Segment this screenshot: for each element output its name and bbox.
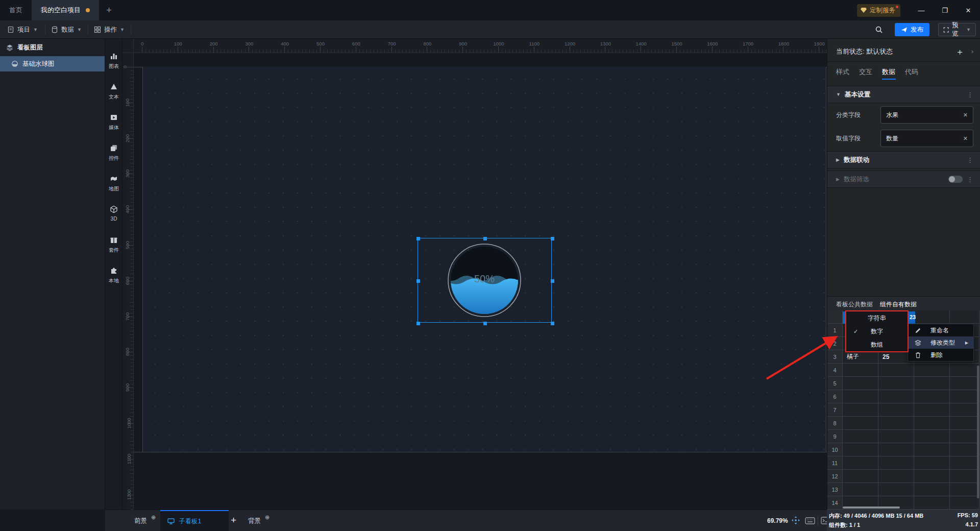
table-cell[interactable]	[878, 483, 914, 496]
inspector-tab-数据[interactable]: 数据	[882, 67, 895, 77]
table-cell[interactable]	[914, 390, 950, 403]
table-cell[interactable]	[950, 483, 979, 496]
context-menu-item-rename[interactable]: 重命名	[908, 324, 973, 336]
menu-data[interactable]: 数据▼	[51, 20, 82, 39]
table-cell[interactable]	[950, 364, 979, 377]
table-cell[interactable]	[843, 430, 878, 443]
table-cell[interactable]	[843, 443, 878, 456]
table-cell[interactable]	[914, 417, 950, 430]
table-cell[interactable]	[843, 377, 878, 390]
row-number-cell[interactable]: 6	[827, 390, 843, 403]
data-tab-public[interactable]: 看板公共数据	[836, 300, 873, 309]
table-cell[interactable]	[950, 403, 979, 417]
zoom-level[interactable]: 69.79%	[767, 517, 788, 524]
data-tab-own[interactable]: 组件自有数据	[880, 300, 917, 309]
field-input[interactable]: 数量✕	[880, 130, 973, 147]
more-options-icon[interactable]: ⋮	[967, 176, 973, 183]
table-cell[interactable]	[914, 430, 950, 443]
table-row[interactable]: 5	[827, 377, 980, 390]
foreground-button[interactable]: 前景	[134, 517, 147, 525]
toolbox-item-media[interactable]: 媒体	[105, 113, 122, 131]
table-cell[interactable]	[950, 456, 979, 470]
tab-home[interactable]: 首页	[0, 0, 32, 20]
context-menu-item-change-type[interactable]: 修改类型▶	[908, 336, 973, 349]
row-number-cell[interactable]: 10	[827, 443, 843, 456]
custom-service-badge[interactable]: 定制服务	[857, 4, 900, 17]
table-cell[interactable]	[950, 443, 979, 456]
foreground-add-icon[interactable]: ⊕	[151, 514, 156, 521]
table-row[interactable]: 9	[827, 430, 980, 443]
selection-handle[interactable]	[416, 279, 420, 283]
toolbox-item-threed[interactable]: 3D	[105, 205, 122, 222]
table-cell[interactable]	[914, 483, 950, 496]
toolbox-item-widget[interactable]: 控件	[105, 144, 122, 162]
table-cell[interactable]	[914, 456, 950, 470]
table-cell[interactable]	[950, 496, 979, 510]
table-cell[interactable]	[878, 364, 914, 377]
clear-icon[interactable]: ✕	[963, 112, 968, 118]
tab-project[interactable]: 我的空白项目	[32, 0, 99, 20]
context-menu-item-delete[interactable]: 删除	[908, 349, 973, 361]
toolbox-item-local[interactable]: 本地	[105, 267, 122, 284]
table-row[interactable]: 11	[827, 456, 980, 470]
inspector-tab-代码[interactable]: 代码	[905, 67, 918, 77]
selection-handle[interactable]	[551, 237, 554, 240]
background-button[interactable]: 背景	[248, 517, 261, 525]
add-subboard-button[interactable]: +	[231, 515, 236, 526]
row-number-cell[interactable]: 12	[827, 470, 843, 483]
layer-item-liquid-gauge[interactable]: 基础水球图	[0, 56, 105, 71]
close-button[interactable]: ✕	[957, 0, 980, 20]
table-cell[interactable]	[843, 470, 878, 483]
section-data-linkage[interactable]: ▶ 数据联动 ⋮	[827, 151, 980, 168]
table-cell[interactable]	[843, 417, 878, 430]
table-cell[interactable]	[878, 417, 914, 430]
table-row[interactable]: 6	[827, 390, 980, 403]
table-row[interactable]: 8	[827, 417, 980, 430]
more-options-icon[interactable]: ⋮	[967, 91, 973, 99]
table-cell[interactable]	[843, 390, 878, 403]
selection-handle[interactable]	[551, 322, 554, 325]
table-cell[interactable]	[878, 470, 914, 483]
section-data-filter[interactable]: ▶ 数据筛选 ⋮	[827, 171, 980, 188]
table-row[interactable]: 7	[827, 403, 980, 417]
new-tab-button[interactable]: +	[99, 0, 119, 20]
selection-handle[interactable]	[416, 322, 420, 325]
table-cell[interactable]	[950, 377, 979, 390]
selection-handle[interactable]	[483, 237, 487, 240]
subboard-tab[interactable]: 子看板1	[160, 510, 229, 531]
horizontal-scrollbar[interactable]	[843, 506, 900, 509]
table-cell[interactable]	[843, 364, 878, 377]
table-cell[interactable]	[950, 430, 979, 443]
table-cell[interactable]	[914, 377, 950, 390]
row-number-cell[interactable]: 14	[827, 496, 843, 510]
menu-operation[interactable]: 操作▼	[94, 20, 125, 39]
row-number-cell[interactable]: 7	[827, 403, 843, 417]
row-number-cell[interactable]: 11	[827, 456, 843, 470]
keyboard-shortcuts-icon[interactable]	[805, 517, 815, 524]
chevron-right-icon[interactable]: ›	[971, 48, 973, 55]
table-cell[interactable]	[878, 456, 914, 470]
fit-view-icon[interactable]	[791, 516, 800, 525]
table-cell[interactable]	[950, 470, 979, 483]
table-cell[interactable]	[843, 403, 878, 417]
table-cell[interactable]	[878, 390, 914, 403]
table-cell[interactable]	[950, 390, 979, 403]
row-number-cell[interactable]: 9	[827, 430, 843, 443]
table-cell[interactable]	[878, 377, 914, 390]
section-basic-settings[interactable]: ▼ 基本设置 ⋮	[827, 86, 980, 103]
search-button[interactable]	[875, 20, 886, 39]
type-option-字符串[interactable]: 字符串	[846, 311, 908, 325]
inspector-tab-交互[interactable]: 交互	[859, 67, 872, 77]
table-row[interactable]: 12	[827, 470, 980, 483]
field-input[interactable]: 水果✕	[880, 106, 973, 124]
vertical-scrollbar[interactable]	[977, 366, 979, 498]
preview-button[interactable]: 预览 ▼	[938, 23, 976, 36]
row-number-cell[interactable]: 1	[827, 324, 843, 337]
maximize-button[interactable]: ❐	[933, 0, 957, 20]
type-option-数字[interactable]: ✓数字	[846, 325, 908, 338]
table-cell[interactable]	[914, 443, 950, 456]
table-cell[interactable]	[914, 470, 950, 483]
filter-toggle-off[interactable]	[948, 176, 963, 183]
selection-handle[interactable]	[483, 322, 487, 325]
background-add-icon[interactable]: ⊕	[265, 514, 270, 521]
